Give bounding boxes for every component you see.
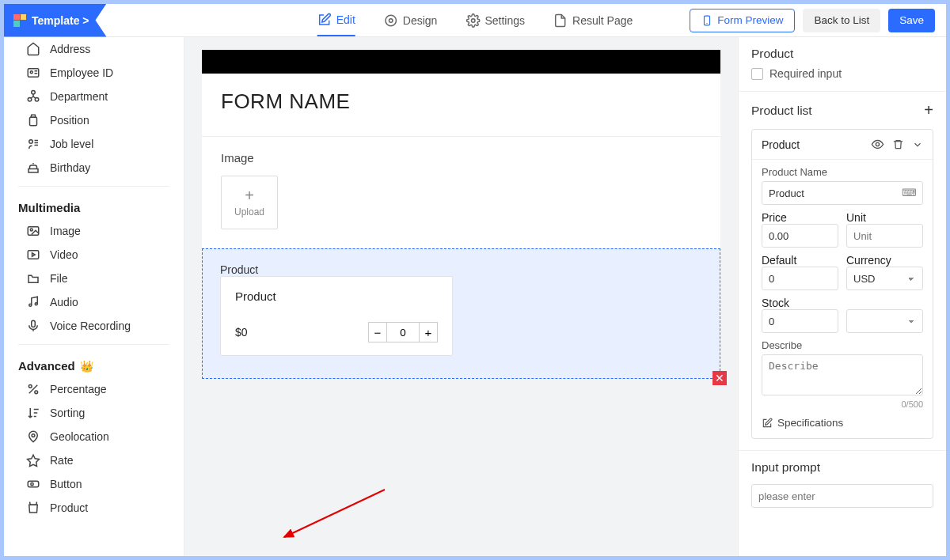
sidebar-item-video[interactable]: Video (4, 243, 184, 267)
sidebar-item-product[interactable]: Product (4, 496, 184, 520)
tab-edit-label: Edit (336, 13, 355, 26)
checkbox-icon[interactable] (751, 68, 763, 80)
sidebar-item-rate[interactable]: Rate (4, 448, 184, 472)
product-card-price: $0 (235, 326, 248, 339)
plus-icon: + (245, 187, 254, 203)
qty-decrement-button[interactable]: − (368, 322, 387, 342)
section-product-selected[interactable]: Product Product $0 − + ✕ (202, 248, 720, 379)
upload-label: Upload (234, 206, 264, 218)
sidebar-item-button[interactable]: Button (4, 472, 184, 496)
sidebar-item-job-level[interactable]: Job level (4, 132, 184, 156)
form-preview-button[interactable]: Form Preview (690, 9, 795, 32)
add-product-button[interactable]: + (924, 101, 933, 119)
delete-section-button[interactable]: ✕ (712, 371, 727, 385)
chevron-down-icon[interactable] (912, 139, 923, 150)
sidebar-item-label: Rate (50, 454, 74, 467)
tab-design-label: Design (403, 14, 438, 27)
sidebar-item-employee-id[interactable]: Employee ID (4, 61, 184, 85)
template-logo-icon (13, 14, 26, 27)
template-badge[interactable]: Template > (4, 4, 107, 37)
sidebar-item-image[interactable]: Image (4, 219, 184, 243)
back-to-list-button[interactable]: Back to List (803, 9, 880, 32)
tab-design[interactable]: Design (384, 4, 438, 36)
sidebar-item-label: Birthday (50, 161, 90, 174)
sidebar-item-audio[interactable]: Audio (4, 290, 184, 314)
quantity-stepper[interactable]: − + (368, 322, 438, 342)
svg-point-37 (876, 142, 879, 146)
svg-rect-23 (32, 320, 36, 327)
product-list-item: Product Product Name ⌨ (751, 129, 933, 439)
section-product-label: Product (220, 263, 702, 276)
required-checkbox-row[interactable]: Required input (751, 67, 933, 80)
sidebar-item-label: Voice Recording (50, 320, 131, 332)
form-title[interactable]: FORM NAME (202, 74, 720, 136)
product-item-header[interactable]: Product (752, 130, 933, 160)
input-prompt-title: Input prompt (751, 460, 933, 475)
product-item-name: Product (762, 138, 800, 151)
sidebar-item-file[interactable]: File (4, 267, 184, 290)
price-input[interactable] (762, 224, 838, 248)
svg-point-0 (386, 15, 397, 26)
sidebar-item-label: Image (50, 225, 81, 237)
tab-result-label: Result Page (572, 14, 633, 27)
required-label: Required input (770, 67, 842, 80)
char-count: 0/500 (752, 398, 933, 409)
sidebar-item-geolocation[interactable]: Geolocation (4, 425, 184, 448)
currency-select[interactable]: USD (846, 267, 923, 290)
panel-product-list: Product list + Product Product Name (739, 92, 946, 451)
form-paper: FORM NAME Image + Upload (202, 50, 720, 248)
sidebar-item-label: Employee ID (50, 66, 113, 79)
sidebar-item-birthday[interactable]: Birthday (4, 156, 184, 180)
sidebar-item-label: Sorting (50, 407, 85, 419)
svg-point-1 (390, 18, 393, 22)
sidebar-item-voice-recording[interactable]: Voice Recording (4, 314, 184, 338)
geolocation-icon (26, 429, 40, 444)
upload-button[interactable]: + Upload (221, 176, 278, 229)
product-name-input[interactable] (762, 181, 923, 205)
sidebar-item-percentage[interactable]: Percentage (4, 377, 184, 401)
image-icon (26, 224, 40, 238)
specifications-link[interactable]: Specifications (752, 409, 933, 438)
trash-icon[interactable] (892, 138, 904, 151)
id-icon (26, 66, 40, 80)
sidebar-item-sorting[interactable]: Sorting (4, 401, 184, 425)
page-icon (553, 13, 568, 28)
eye-icon[interactable] (871, 138, 884, 151)
svg-point-13 (29, 140, 33, 144)
panel-section-header: Product Required input (739, 37, 946, 92)
tab-result[interactable]: Result Page (553, 4, 633, 36)
svg-point-18 (30, 229, 32, 231)
qty-increment-button[interactable]: + (419, 322, 438, 342)
stock-extra-label (846, 297, 849, 309)
svg-rect-12 (30, 117, 37, 126)
section-image-label: Image (221, 151, 701, 165)
annotation-arrow (278, 488, 389, 543)
sorting-icon (26, 406, 40, 420)
sidebar-item-label: Job level (50, 138, 93, 150)
phone-icon (701, 13, 712, 28)
qty-input[interactable] (387, 322, 419, 342)
save-button[interactable]: Save (888, 9, 935, 32)
product-card[interactable]: Product $0 − + (220, 276, 453, 356)
sidebar-item-label: Video (50, 248, 78, 261)
stock-extra-select[interactable] (846, 309, 923, 333)
svg-point-27 (35, 391, 38, 394)
section-image[interactable]: Image + Upload (202, 136, 720, 248)
department-icon (26, 89, 40, 104)
product-card-name: Product (235, 289, 438, 303)
tab-settings[interactable]: Settings (466, 4, 525, 36)
default-input[interactable] (762, 267, 838, 290)
input-prompt-field[interactable] (751, 484, 933, 508)
stock-input[interactable] (762, 309, 838, 333)
sidebar-item-department[interactable]: Department (4, 85, 184, 108)
currency-label: Currency (846, 254, 891, 267)
tab-edit[interactable]: Edit (317, 4, 355, 36)
video-icon (26, 248, 40, 262)
sidebar-item-label: Percentage (50, 383, 107, 395)
divider (18, 186, 169, 187)
unit-input[interactable] (846, 224, 923, 248)
sidebar-item-address[interactable]: Address (4, 37, 184, 61)
describe-textarea[interactable] (762, 354, 923, 395)
keyboard-icon[interactable]: ⌨ (902, 187, 917, 199)
sidebar-item-position[interactable]: Position (4, 108, 184, 132)
